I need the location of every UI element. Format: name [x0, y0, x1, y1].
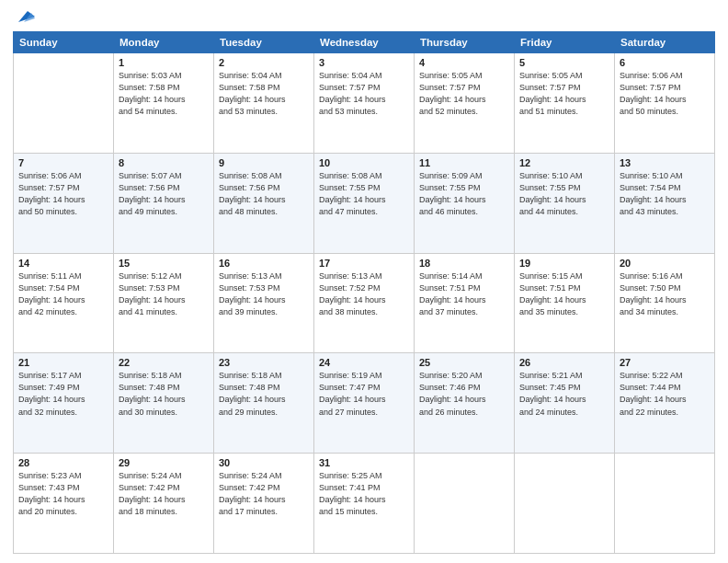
- cell-1-5: 4Sunrise: 5:05 AM Sunset: 7:57 PM Daylig…: [415, 53, 515, 154]
- cell-3-7: 20Sunrise: 5:16 AM Sunset: 7:50 PM Dayli…: [615, 253, 715, 353]
- day-number: 27: [620, 357, 710, 368]
- day-info: Sunrise: 5:07 AM Sunset: 7:56 PM Dayligh…: [119, 170, 209, 218]
- col-header-friday: Friday: [515, 32, 615, 53]
- day-number: 25: [419, 357, 509, 368]
- day-number: 26: [519, 357, 609, 368]
- day-number: 23: [219, 357, 309, 368]
- page: SundayMondayTuesdayWednesdayThursdayFrid…: [0, 0, 728, 563]
- day-number: 10: [319, 157, 409, 168]
- cell-3-1: 14Sunrise: 5:11 AM Sunset: 7:54 PM Dayli…: [14, 253, 114, 353]
- day-info: Sunrise: 5:06 AM Sunset: 7:57 PM Dayligh…: [620, 70, 710, 118]
- day-info: Sunrise: 5:06 AM Sunset: 7:57 PM Dayligh…: [18, 170, 108, 218]
- day-number: 12: [519, 157, 609, 168]
- cell-3-3: 16Sunrise: 5:13 AM Sunset: 7:53 PM Dayli…: [214, 253, 314, 353]
- cell-1-2: 1Sunrise: 5:03 AM Sunset: 7:58 PM Daylig…: [114, 53, 214, 154]
- col-header-thursday: Thursday: [415, 32, 515, 53]
- week-row-2: 7Sunrise: 5:06 AM Sunset: 7:57 PM Daylig…: [14, 153, 715, 253]
- day-number: 20: [620, 258, 710, 269]
- day-number: 3: [319, 57, 409, 68]
- cell-2-6: 12Sunrise: 5:10 AM Sunset: 7:55 PM Dayli…: [515, 153, 615, 253]
- cell-4-6: 26Sunrise: 5:21 AM Sunset: 7:45 PM Dayli…: [515, 353, 615, 454]
- day-info: Sunrise: 5:05 AM Sunset: 7:57 PM Dayligh…: [519, 70, 609, 118]
- day-info: Sunrise: 5:13 AM Sunset: 7:52 PM Dayligh…: [319, 270, 409, 318]
- day-info: Sunrise: 5:10 AM Sunset: 7:54 PM Dayligh…: [620, 170, 710, 218]
- day-info: Sunrise: 5:14 AM Sunset: 7:51 PM Dayligh…: [419, 270, 509, 318]
- cell-3-5: 18Sunrise: 5:14 AM Sunset: 7:51 PM Dayli…: [415, 253, 515, 353]
- day-info: Sunrise: 5:24 AM Sunset: 7:42 PM Dayligh…: [219, 470, 309, 518]
- cell-5-7: [615, 454, 715, 554]
- day-number: 31: [319, 457, 409, 468]
- day-info: Sunrise: 5:04 AM Sunset: 7:57 PM Dayligh…: [319, 70, 409, 118]
- cell-1-1: [14, 53, 114, 154]
- day-info: Sunrise: 5:20 AM Sunset: 7:46 PM Dayligh…: [419, 370, 509, 418]
- cell-2-4: 10Sunrise: 5:08 AM Sunset: 7:55 PM Dayli…: [314, 153, 415, 253]
- day-info: Sunrise: 5:13 AM Sunset: 7:53 PM Dayligh…: [219, 270, 309, 318]
- day-number: 7: [18, 157, 108, 168]
- cell-4-3: 23Sunrise: 5:18 AM Sunset: 7:48 PM Dayli…: [214, 353, 314, 454]
- cell-4-2: 22Sunrise: 5:18 AM Sunset: 7:48 PM Dayli…: [114, 353, 214, 454]
- day-number: 11: [419, 157, 509, 168]
- day-info: Sunrise: 5:10 AM Sunset: 7:55 PM Dayligh…: [519, 170, 609, 218]
- col-header-sunday: Sunday: [14, 32, 114, 53]
- day-info: Sunrise: 5:05 AM Sunset: 7:57 PM Dayligh…: [419, 70, 509, 118]
- day-info: Sunrise: 5:11 AM Sunset: 7:54 PM Dayligh…: [18, 270, 108, 318]
- header: [13, 9, 715, 26]
- cell-4-7: 27Sunrise: 5:22 AM Sunset: 7:44 PM Dayli…: [615, 353, 715, 454]
- cell-5-4: 31Sunrise: 5:25 AM Sunset: 7:41 PM Dayli…: [314, 454, 415, 554]
- day-number: 2: [219, 57, 309, 68]
- day-info: Sunrise: 5:17 AM Sunset: 7:49 PM Dayligh…: [18, 370, 108, 418]
- day-number: 18: [419, 258, 509, 269]
- day-number: 22: [119, 357, 209, 368]
- calendar-table: SundayMondayTuesdayWednesdayThursdayFrid…: [13, 31, 715, 554]
- cell-2-7: 13Sunrise: 5:10 AM Sunset: 7:54 PM Dayli…: [615, 153, 715, 253]
- day-number: 17: [319, 258, 409, 269]
- day-number: 13: [620, 157, 710, 168]
- day-info: Sunrise: 5:25 AM Sunset: 7:41 PM Dayligh…: [319, 470, 409, 518]
- cell-5-1: 28Sunrise: 5:23 AM Sunset: 7:43 PM Dayli…: [14, 454, 114, 554]
- week-row-1: 1Sunrise: 5:03 AM Sunset: 7:58 PM Daylig…: [14, 53, 715, 154]
- col-header-saturday: Saturday: [615, 32, 715, 53]
- day-number: 29: [119, 457, 209, 468]
- day-number: 6: [620, 57, 710, 68]
- day-number: 24: [319, 357, 409, 368]
- day-number: 5: [519, 57, 609, 68]
- day-info: Sunrise: 5:09 AM Sunset: 7:55 PM Dayligh…: [419, 170, 509, 218]
- day-info: Sunrise: 5:04 AM Sunset: 7:58 PM Dayligh…: [219, 70, 309, 118]
- cell-3-2: 15Sunrise: 5:12 AM Sunset: 7:53 PM Dayli…: [114, 253, 214, 353]
- week-row-5: 28Sunrise: 5:23 AM Sunset: 7:43 PM Dayli…: [14, 454, 715, 554]
- logo: [13, 9, 35, 26]
- header-row: SundayMondayTuesdayWednesdayThursdayFrid…: [14, 32, 715, 53]
- col-header-monday: Monday: [114, 32, 214, 53]
- cell-4-4: 24Sunrise: 5:19 AM Sunset: 7:47 PM Dayli…: [314, 353, 415, 454]
- day-info: Sunrise: 5:03 AM Sunset: 7:58 PM Dayligh…: [119, 70, 209, 118]
- day-info: Sunrise: 5:21 AM Sunset: 7:45 PM Dayligh…: [519, 370, 609, 418]
- cell-1-3: 2Sunrise: 5:04 AM Sunset: 7:58 PM Daylig…: [214, 53, 314, 154]
- cell-5-5: [415, 454, 515, 554]
- day-number: 28: [18, 457, 108, 468]
- day-number: 4: [419, 57, 509, 68]
- cell-1-6: 5Sunrise: 5:05 AM Sunset: 7:57 PM Daylig…: [515, 53, 615, 154]
- cell-3-4: 17Sunrise: 5:13 AM Sunset: 7:52 PM Dayli…: [314, 253, 415, 353]
- cell-1-7: 6Sunrise: 5:06 AM Sunset: 7:57 PM Daylig…: [615, 53, 715, 154]
- week-row-4: 21Sunrise: 5:17 AM Sunset: 7:49 PM Dayli…: [14, 353, 715, 454]
- cell-1-4: 3Sunrise: 5:04 AM Sunset: 7:57 PM Daylig…: [314, 53, 415, 154]
- cell-2-3: 9Sunrise: 5:08 AM Sunset: 7:56 PM Daylig…: [214, 153, 314, 253]
- day-info: Sunrise: 5:16 AM Sunset: 7:50 PM Dayligh…: [620, 270, 710, 318]
- cell-4-1: 21Sunrise: 5:17 AM Sunset: 7:49 PM Dayli…: [14, 353, 114, 454]
- cell-5-2: 29Sunrise: 5:24 AM Sunset: 7:42 PM Dayli…: [114, 454, 214, 554]
- col-header-wednesday: Wednesday: [314, 32, 415, 53]
- day-number: 15: [119, 258, 209, 269]
- cell-3-6: 19Sunrise: 5:15 AM Sunset: 7:51 PM Dayli…: [515, 253, 615, 353]
- col-header-tuesday: Tuesday: [214, 32, 314, 53]
- day-info: Sunrise: 5:22 AM Sunset: 7:44 PM Dayligh…: [620, 370, 710, 418]
- day-number: 21: [18, 357, 108, 368]
- cell-5-6: [515, 454, 615, 554]
- cell-2-1: 7Sunrise: 5:06 AM Sunset: 7:57 PM Daylig…: [14, 153, 114, 253]
- cell-4-5: 25Sunrise: 5:20 AM Sunset: 7:46 PM Dayli…: [415, 353, 515, 454]
- day-info: Sunrise: 5:08 AM Sunset: 7:55 PM Dayligh…: [319, 170, 409, 218]
- week-row-3: 14Sunrise: 5:11 AM Sunset: 7:54 PM Dayli…: [14, 253, 715, 353]
- day-number: 16: [219, 258, 309, 269]
- day-info: Sunrise: 5:19 AM Sunset: 7:47 PM Dayligh…: [319, 370, 409, 418]
- day-info: Sunrise: 5:08 AM Sunset: 7:56 PM Dayligh…: [219, 170, 309, 218]
- logo-icon: [15, 6, 35, 26]
